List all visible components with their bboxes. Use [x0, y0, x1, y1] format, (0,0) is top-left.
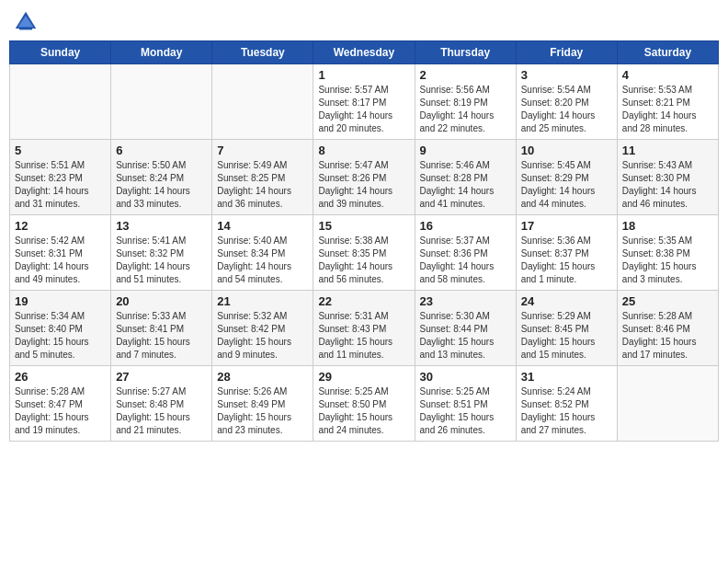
svg-rect-2 [19, 28, 32, 30]
day-info: Sunrise: 5:54 AM Sunset: 8:20 PM Dayligh… [521, 84, 612, 135]
calendar-day-cell: 3Sunrise: 5:54 AM Sunset: 8:20 PM Daylig… [516, 64, 617, 140]
calendar-day-cell: 5Sunrise: 5:51 AM Sunset: 8:23 PM Daylig… [10, 140, 111, 215]
day-number: 3 [521, 68, 612, 82]
day-info: Sunrise: 5:25 AM Sunset: 8:51 PM Dayligh… [420, 385, 511, 437]
day-number: 25 [622, 294, 713, 308]
day-info: Sunrise: 5:38 AM Sunset: 8:35 PM Dayligh… [318, 235, 409, 286]
calendar-day-cell: 24Sunrise: 5:29 AM Sunset: 8:45 PM Dayli… [516, 291, 617, 366]
day-number: 8 [318, 144, 409, 157]
day-header-wednesday: Wednesday [313, 41, 415, 64]
day-number: 21 [217, 294, 308, 308]
calendar-week-row: 19Sunrise: 5:34 AM Sunset: 8:40 PM Dayli… [10, 291, 719, 366]
calendar-day-cell: 26Sunrise: 5:28 AM Sunset: 8:47 PM Dayli… [10, 366, 111, 442]
day-number: 18 [622, 219, 713, 233]
calendar-week-row: 1Sunrise: 5:57 AM Sunset: 8:17 PM Daylig… [10, 64, 719, 140]
calendar-day-cell: 18Sunrise: 5:35 AM Sunset: 8:38 PM Dayli… [617, 215, 718, 291]
day-number: 29 [318, 370, 409, 384]
calendar-day-cell: 27Sunrise: 5:27 AM Sunset: 8:48 PM Dayli… [111, 366, 212, 442]
calendar-week-row: 26Sunrise: 5:28 AM Sunset: 8:47 PM Dayli… [10, 366, 719, 442]
day-number: 5 [15, 144, 106, 157]
calendar-day-cell: 6Sunrise: 5:50 AM Sunset: 8:24 PM Daylig… [111, 140, 212, 215]
calendar-day-cell: 21Sunrise: 5:32 AM Sunset: 8:42 PM Dayli… [212, 291, 313, 366]
calendar-day-cell: 22Sunrise: 5:31 AM Sunset: 8:43 PM Dayli… [313, 291, 415, 366]
day-info: Sunrise: 5:53 AM Sunset: 8:21 PM Dayligh… [622, 84, 713, 135]
logo-icon [13, 9, 39, 35]
day-info: Sunrise: 5:32 AM Sunset: 8:42 PM Dayligh… [217, 310, 308, 362]
day-header-tuesday: Tuesday [212, 41, 313, 64]
day-header-monday: Monday [111, 41, 212, 64]
calendar-day-cell: 30Sunrise: 5:25 AM Sunset: 8:51 PM Dayli… [415, 366, 516, 442]
day-number: 23 [420, 294, 511, 308]
day-header-saturday: Saturday [617, 41, 718, 64]
day-number: 24 [521, 294, 612, 308]
calendar-table: SundayMondayTuesdayWednesdayThursdayFrid… [9, 40, 719, 442]
day-info: Sunrise: 5:24 AM Sunset: 8:52 PM Dayligh… [521, 385, 612, 437]
day-number: 4 [622, 68, 713, 82]
day-info: Sunrise: 5:25 AM Sunset: 8:50 PM Dayligh… [318, 385, 409, 437]
day-info: Sunrise: 5:28 AM Sunset: 8:47 PM Dayligh… [15, 385, 106, 437]
day-info: Sunrise: 5:34 AM Sunset: 8:40 PM Dayligh… [15, 310, 106, 362]
calendar-day-cell: 23Sunrise: 5:30 AM Sunset: 8:44 PM Dayli… [415, 291, 516, 366]
calendar-day-cell: 10Sunrise: 5:45 AM Sunset: 8:29 PM Dayli… [516, 140, 617, 215]
day-info: Sunrise: 5:28 AM Sunset: 8:46 PM Dayligh… [622, 310, 713, 362]
calendar-day-cell: 28Sunrise: 5:26 AM Sunset: 8:49 PM Dayli… [212, 366, 313, 442]
calendar-day-cell: 1Sunrise: 5:57 AM Sunset: 8:17 PM Daylig… [313, 64, 415, 140]
day-header-friday: Friday [516, 41, 617, 64]
calendar-day-cell: 16Sunrise: 5:37 AM Sunset: 8:36 PM Dayli… [415, 215, 516, 291]
calendar-day-cell: 13Sunrise: 5:41 AM Sunset: 8:32 PM Dayli… [111, 215, 212, 291]
calendar-day-cell: 9Sunrise: 5:46 AM Sunset: 8:28 PM Daylig… [415, 140, 516, 215]
day-number: 15 [318, 219, 409, 233]
day-number: 19 [15, 294, 106, 308]
calendar-day-cell: 8Sunrise: 5:47 AM Sunset: 8:26 PM Daylig… [313, 140, 415, 215]
day-info: Sunrise: 5:37 AM Sunset: 8:36 PM Dayligh… [420, 235, 511, 286]
day-header-thursday: Thursday [415, 41, 516, 64]
calendar-day-cell: 19Sunrise: 5:34 AM Sunset: 8:40 PM Dayli… [10, 291, 111, 366]
day-info: Sunrise: 5:49 AM Sunset: 8:25 PM Dayligh… [217, 159, 308, 211]
calendar-day-cell: 4Sunrise: 5:53 AM Sunset: 8:21 PM Daylig… [617, 64, 718, 140]
calendar-day-cell [10, 64, 111, 140]
day-number: 22 [318, 294, 409, 308]
calendar-day-cell: 31Sunrise: 5:24 AM Sunset: 8:52 PM Dayli… [516, 366, 617, 442]
calendar-day-cell: 7Sunrise: 5:49 AM Sunset: 8:25 PM Daylig… [212, 140, 313, 215]
calendar-day-cell: 20Sunrise: 5:33 AM Sunset: 8:41 PM Dayli… [111, 291, 212, 366]
day-info: Sunrise: 5:46 AM Sunset: 8:28 PM Dayligh… [420, 159, 511, 211]
day-header-sunday: Sunday [10, 41, 111, 64]
day-number: 27 [116, 370, 207, 384]
day-info: Sunrise: 5:35 AM Sunset: 8:38 PM Dayligh… [622, 235, 713, 286]
day-number: 9 [420, 144, 511, 157]
day-number: 14 [217, 219, 308, 233]
day-number: 16 [420, 219, 511, 233]
day-number: 11 [622, 144, 713, 157]
calendar-day-cell: 12Sunrise: 5:42 AM Sunset: 8:31 PM Dayli… [10, 215, 111, 291]
day-info: Sunrise: 5:27 AM Sunset: 8:48 PM Dayligh… [116, 385, 207, 437]
day-info: Sunrise: 5:57 AM Sunset: 8:17 PM Dayligh… [318, 84, 409, 135]
day-number: 31 [521, 370, 612, 384]
calendar-header-row: SundayMondayTuesdayWednesdayThursdayFrid… [10, 41, 719, 64]
day-number: 13 [116, 219, 207, 233]
day-info: Sunrise: 5:45 AM Sunset: 8:29 PM Dayligh… [521, 159, 612, 211]
day-info: Sunrise: 5:30 AM Sunset: 8:44 PM Dayligh… [420, 310, 511, 362]
calendar-day-cell: 15Sunrise: 5:38 AM Sunset: 8:35 PM Dayli… [313, 215, 415, 291]
day-number: 17 [521, 219, 612, 233]
day-info: Sunrise: 5:26 AM Sunset: 8:49 PM Dayligh… [217, 385, 308, 437]
calendar-day-cell [111, 64, 212, 140]
day-number: 30 [420, 370, 511, 384]
calendar-day-cell: 17Sunrise: 5:36 AM Sunset: 8:37 PM Dayli… [516, 215, 617, 291]
day-info: Sunrise: 5:36 AM Sunset: 8:37 PM Dayligh… [521, 235, 612, 286]
day-info: Sunrise: 5:43 AM Sunset: 8:30 PM Dayligh… [622, 159, 713, 211]
day-info: Sunrise: 5:47 AM Sunset: 8:26 PM Dayligh… [318, 159, 409, 211]
day-number: 2 [420, 68, 511, 82]
day-info: Sunrise: 5:42 AM Sunset: 8:31 PM Dayligh… [15, 235, 106, 286]
day-number: 28 [217, 370, 308, 384]
day-number: 10 [521, 144, 612, 157]
day-number: 7 [217, 144, 308, 157]
calendar-day-cell [617, 366, 718, 442]
day-info: Sunrise: 5:31 AM Sunset: 8:43 PM Dayligh… [318, 310, 409, 362]
calendar-week-row: 12Sunrise: 5:42 AM Sunset: 8:31 PM Dayli… [10, 215, 719, 291]
day-info: Sunrise: 5:56 AM Sunset: 8:19 PM Dayligh… [420, 84, 511, 135]
day-info: Sunrise: 5:33 AM Sunset: 8:41 PM Dayligh… [116, 310, 207, 362]
day-number: 26 [15, 370, 106, 384]
day-info: Sunrise: 5:51 AM Sunset: 8:23 PM Dayligh… [15, 159, 106, 211]
day-number: 6 [116, 144, 207, 157]
logo [13, 9, 42, 35]
